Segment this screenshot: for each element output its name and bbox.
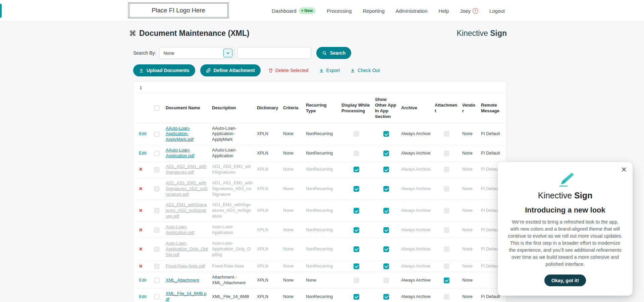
- upload-icon: [139, 68, 144, 73]
- row-select-checkbox[interactable]: [154, 294, 159, 299]
- document-name-link[interactable]: AD1_AS1_EM1_withSignatures_AD2_noSignatu…: [166, 180, 208, 197]
- document-name-cell: Fixed-Rate-Note.pdf: [164, 260, 210, 272]
- row-select-checkbox[interactable]: [154, 208, 159, 213]
- display-while-processing-checkbox[interactable]: [354, 246, 359, 252]
- display-while-processing-cell: [339, 260, 373, 272]
- attachment-checkbox[interactable]: [444, 294, 449, 300]
- display-while-processing-checkbox[interactable]: [354, 278, 359, 283]
- edit-link[interactable]: Edit: [139, 294, 146, 299]
- display-while-processing-checkbox[interactable]: [354, 131, 359, 137]
- nav-item-reporting[interactable]: Reporting: [363, 8, 384, 14]
- select-all-checkbox[interactable]: [154, 106, 159, 111]
- popup-body-text: We’re excited to bring a refreshed look …: [507, 219, 623, 268]
- attachment-checkbox[interactable]: [444, 208, 449, 214]
- display-while-processing-checkbox[interactable]: [354, 208, 359, 214]
- app-root: Place FI Logo Here Dashboard+NewProcessi…: [0, 0, 644, 302]
- fi-logo-text: Place FI Logo Here: [152, 7, 205, 14]
- show-other-app-checkbox[interactable]: [383, 150, 389, 156]
- attachment-checkbox[interactable]: [444, 278, 449, 283]
- delete-row-icon[interactable]: ×: [139, 207, 143, 214]
- document-name-link[interactable]: XML_File_14_6MB.pdf: [166, 291, 206, 302]
- nav-item-label: Dashboard: [272, 8, 296, 14]
- define-attachment-button[interactable]: Define Attachment: [200, 64, 261, 76]
- document-name-link[interactable]: AAuto-Loan-Application-ApplyMark.pdf: [166, 126, 194, 142]
- delete-selected-button[interactable]: Delete Selected: [266, 64, 311, 76]
- select-cell: [152, 178, 164, 200]
- attachment-checkbox[interactable]: [444, 167, 449, 172]
- nav-item-help[interactable]: Help: [439, 8, 449, 14]
- edit-link[interactable]: Edit: [139, 131, 146, 136]
- archive-cell: Always Archive: [399, 272, 433, 289]
- document-name-link[interactable]: Auto-Loan-Application.pdf: [166, 224, 194, 235]
- row-select-checkbox[interactable]: [154, 186, 159, 191]
- nav-item-administration[interactable]: Administration: [396, 8, 428, 14]
- nav-item-dashboard[interactable]: Dashboard+New: [272, 7, 316, 14]
- document-name-link[interactable]: XML_Attachment: [166, 278, 199, 283]
- display-while-processing-checkbox[interactable]: [354, 150, 359, 156]
- show-other-app-checkbox[interactable]: [383, 263, 389, 269]
- page-number[interactable]: 1: [140, 85, 142, 90]
- nav-item-processing[interactable]: Processing: [327, 8, 352, 14]
- delete-row-icon[interactable]: ×: [139, 262, 143, 269]
- attachment-cell: [433, 178, 460, 200]
- document-name-link[interactable]: AD1_AD2_EM1_withSignatures.pdf: [166, 164, 207, 175]
- show-other-app-checkbox[interactable]: [383, 246, 389, 252]
- page-title: ⌘ Document Maintenance (XML): [129, 29, 249, 38]
- criteria-cell: None: [281, 272, 304, 289]
- row-select-checkbox[interactable]: [154, 278, 159, 283]
- brand-bold: Sign: [490, 29, 507, 38]
- attachment-checkbox[interactable]: [444, 131, 449, 137]
- row-select-checkbox[interactable]: [154, 167, 159, 172]
- close-icon[interactable]: ×: [619, 165, 629, 175]
- show-other-app-checkbox[interactable]: [383, 167, 389, 172]
- document-name-link[interactable]: AD1_EM1_withSignatures_AD2_noSignature.p…: [166, 202, 207, 219]
- show-other-app-checkbox[interactable]: [383, 186, 389, 192]
- show-other-app-checkbox[interactable]: [383, 278, 389, 283]
- display-while-processing-checkbox[interactable]: [354, 186, 359, 192]
- nav-item-label: Processing: [327, 8, 352, 14]
- documents-table: Document Name Description Dictionary Cri…: [137, 93, 504, 302]
- display-while-processing-checkbox[interactable]: [354, 227, 359, 233]
- check-out-button[interactable]: Check Out: [347, 64, 382, 76]
- main-nav: Dashboard+NewProcessingReportingAdminist…: [272, 0, 505, 21]
- document-name-link[interactable]: Auto-Loan-Application_Only_OptSig.pdf: [166, 241, 208, 257]
- fi-logo-placeholder: Place FI Logo Here: [129, 3, 228, 17]
- display-while-processing-checkbox[interactable]: [354, 263, 359, 269]
- delete-row-icon[interactable]: ×: [139, 245, 143, 252]
- edit-link[interactable]: Edit: [139, 150, 146, 156]
- row-select-checkbox[interactable]: [154, 132, 159, 137]
- attachment-checkbox[interactable]: [444, 263, 449, 269]
- attachment-cell: [433, 162, 460, 178]
- row-select-checkbox[interactable]: [154, 228, 159, 233]
- show-other-app-cell: [373, 238, 399, 260]
- upload-documents-button[interactable]: Upload Documents: [133, 64, 195, 76]
- attachment-checkbox[interactable]: [444, 246, 449, 252]
- search-by-select[interactable]: None: [159, 47, 234, 59]
- attachment-checkbox[interactable]: [444, 227, 449, 233]
- show-other-app-checkbox[interactable]: [383, 227, 389, 233]
- display-while-processing-checkbox[interactable]: [354, 167, 359, 172]
- display-while-processing-checkbox[interactable]: [354, 294, 359, 300]
- nav-item-logout[interactable]: Logout: [489, 8, 505, 14]
- action-cell: ×: [137, 238, 152, 260]
- show-other-app-checkbox[interactable]: [383, 294, 389, 300]
- show-other-app-checkbox[interactable]: [383, 131, 389, 137]
- document-name-link[interactable]: AAuto-Loan-Application.pdf: [166, 147, 194, 158]
- delete-row-icon[interactable]: ×: [139, 226, 143, 233]
- document-name-link[interactable]: Fixed-Rate-Note.pdf: [166, 263, 205, 268]
- okay-got-it-button[interactable]: Okay, got it!: [544, 275, 586, 286]
- edit-link[interactable]: Edit: [139, 278, 146, 283]
- row-select-checkbox[interactable]: [154, 151, 159, 156]
- row-select-checkbox[interactable]: [154, 264, 159, 269]
- archive-cell: Always Archive: [399, 289, 433, 302]
- nav-item-joey[interactable]: Joey!: [460, 8, 478, 14]
- attachment-checkbox[interactable]: [444, 186, 449, 192]
- delete-row-icon[interactable]: ×: [139, 185, 143, 192]
- search-input[interactable]: [237, 47, 311, 59]
- search-button[interactable]: Search: [316, 47, 351, 59]
- attachment-checkbox[interactable]: [444, 150, 449, 156]
- show-other-app-checkbox[interactable]: [383, 208, 389, 214]
- row-select-checkbox[interactable]: [154, 247, 159, 252]
- delete-row-icon[interactable]: ×: [139, 166, 143, 173]
- export-button[interactable]: Export: [316, 64, 342, 76]
